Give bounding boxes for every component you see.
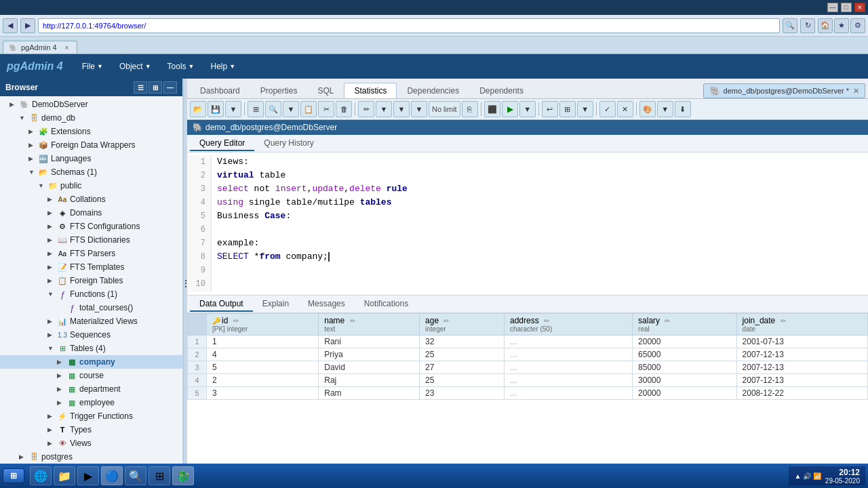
edit-icon-address[interactable]: ✏ [544,317,549,325]
browser-tab-pgadmin[interactable]: 🐘 pgAdmin 4 × [3,41,77,54]
menu-tools[interactable]: Tools ▼ [159,58,203,75]
search-btn[interactable]: 🔍 [783,18,797,33]
tab-close-btn[interactable]: × [65,44,69,52]
tab-dependents[interactable]: Dependents [469,83,534,98]
commit-btn[interactable]: ✓ [599,101,616,117]
tree-item-total-courses[interactable]: ƒ total_courses() [0,301,182,314]
tree-item-sequences[interactable]: ▶ 1.3 Sequences [0,328,182,342]
open-btn[interactable]: 📂 [190,101,206,117]
tab-statistics[interactable]: Statistics [344,83,397,98]
copy-btn[interactable]: ⊞ [248,101,264,117]
tab-query-editor[interactable]: Query Editor [190,136,254,151]
settings-btn[interactable]: ⚙ [850,18,865,33]
refresh-btn[interactable]: ↻ [800,18,815,33]
forward-btn[interactable]: ▶ [20,18,35,33]
download-btn[interactable]: ⬇ [675,101,691,117]
tree-item-public[interactable]: ▼ 📁 public [0,179,182,192]
paste-btn[interactable]: 📋 [300,101,317,117]
menu-file[interactable]: File ▼ [74,58,111,75]
code-content[interactable]: Views: virtual table select not insert,u… [212,155,868,292]
tree-item-foreign-tables[interactable]: ▶ 📋 Foreign Tables [0,274,182,287]
tree-item-tables[interactable]: ▼ ⊞ Tables (4) [0,342,182,355]
tree-item-views[interactable]: ▶ 👁 Views [0,436,182,450]
filter-btn[interactable]: ▼ [393,101,410,117]
save-arrow-btn[interactable]: ▼ [225,101,241,117]
sidebar-tool-minimize[interactable]: — [163,81,177,94]
tab-properties[interactable]: Properties [250,83,308,98]
copy-rows-btn[interactable]: ⎘ [462,101,478,117]
no-limit-label[interactable]: No limit [429,101,460,117]
close-btn[interactable]: ✕ [854,3,865,12]
tree-item-domains[interactable]: ▶ ◈ Domains [0,206,182,220]
redo-arrow-btn[interactable]: ▼ [577,101,593,117]
view-arrow-btn[interactable]: ▼ [283,101,299,117]
view-btn[interactable]: 🔍 [265,101,281,117]
tab-query-history[interactable]: Query History [254,136,323,151]
taskbar-app-explorer[interactable]: 📁 [54,466,75,485]
taskbar-app-search[interactable]: 🔍 [125,466,146,485]
taskbar-app-grid[interactable]: ⊞ [149,466,170,485]
redo-btn[interactable]: ⊞ [559,101,576,117]
tree-item-postgres-db[interactable]: ▶ 🗄 postgres [0,450,182,464]
taskbar-app-chrome[interactable]: 🔵 [101,466,123,485]
tree-item-demo-db[interactable]: ▼ 🗄 demo_db [0,111,182,125]
tree-item-types[interactable]: ▶ T Types [0,423,182,436]
undo-btn[interactable]: ↩ [542,101,558,117]
filter2-btn[interactable]: ▼ [411,101,427,117]
sidebar-tool-grid[interactable]: ⊞ [149,81,162,94]
edit-icon[interactable]: ✏ [233,317,239,325]
tree-item-fts-parsers[interactable]: ▶ Aa FTS Parsers [0,247,182,260]
tree-item-department[interactable]: ▶ ▦ department [0,382,182,396]
save-btn[interactable]: 💾 [208,101,224,117]
tree-item-languages[interactable]: ▶ 🔤 Languages [0,152,182,165]
panel-close-btn[interactable]: ✕ [853,87,859,96]
home-btn[interactable]: 🏠 [818,18,833,33]
tree-item-fts-dict[interactable]: ▶ 📖 FTS Dictionaries [0,233,182,247]
tree-item-fts-templates[interactable]: ▶ 📝 FTS Templates [0,260,182,274]
tree-item-trigger-funcs[interactable]: ▶ ⚡ Trigger Functions [0,409,182,423]
star-btn[interactable]: ★ [834,18,849,33]
rollback-btn[interactable]: ✕ [617,101,633,117]
stop-btn[interactable]: ⬛ [484,101,500,117]
sidebar-tool-list[interactable]: ☰ [134,81,147,94]
theme-arrow-btn[interactable]: ▼ [657,101,673,117]
edit-icon-name[interactable]: ✏ [350,317,355,325]
tree-item-mat-views[interactable]: ▶ 📊 Materialized Views [0,314,182,328]
tab-dependencies[interactable]: Dependencies [397,83,469,98]
theme-btn[interactable]: 🎨 [639,101,656,117]
tab-data-output[interactable]: Data Output [190,297,253,312]
maximize-btn[interactable]: □ [841,3,852,12]
menu-object[interactable]: Object ▼ [111,58,159,75]
edit-arrow-btn[interactable]: ▼ [376,101,392,117]
tree-item-fts-config[interactable]: ▶ ⚙ FTS Configurations [0,220,182,233]
run-arrow-btn[interactable]: ▼ [519,101,536,117]
start-button[interactable]: ⊞ [3,468,24,483]
edit-icon-salary[interactable]: ✏ [665,317,670,325]
tab-sql[interactable]: SQL [307,83,344,98]
taskbar-app-media[interactable]: ▶ [77,466,99,485]
menu-help[interactable]: Help ▼ [202,58,243,75]
edit-icon-joindate[interactable]: ✏ [781,317,786,325]
tree-item-fdw[interactable]: ▶ 📦 Foreign Data Wrappers [0,138,182,152]
address-bar[interactable]: http://127.0.0.1:49764/browser/ [38,18,780,33]
code-editor[interactable]: 1 2 3 4 5 6 7 8 9 10 Views: virtual tabl… [187,152,868,295]
tree-item-postgres-server[interactable]: ▶ 🐘 DemoDbServer [0,98,182,111]
tree-item-schemas[interactable]: ▼ 📂 Schemas (1) [0,165,182,179]
back-btn[interactable]: ◀ [3,18,18,33]
tree-item-course[interactable]: ▶ ▦ course [0,369,182,382]
tab-explain[interactable]: Explain [253,297,298,312]
tree-item-functions[interactable]: ▼ ƒ Functions (1) [0,287,182,301]
tree-item-company[interactable]: ▶ ▦ company [0,355,182,369]
tree-item-collations[interactable]: ▶ Aa Collations [0,192,182,206]
tab-dashboard[interactable]: Dashboard [190,83,250,98]
run-btn[interactable]: ▶ [502,101,518,117]
edit-btn[interactable]: ✏ [358,101,374,117]
cut-btn[interactable]: ✂ [318,101,334,117]
minimize-btn[interactable]: — [827,3,838,12]
tab-notifications[interactable]: Notifications [355,297,418,312]
tree-item-extensions[interactable]: ▶ 🧩 Extensions [0,125,182,138]
edit-icon-age[interactable]: ✏ [443,317,449,325]
delete-btn[interactable]: 🗑 [336,101,352,117]
tree-item-employee[interactable]: ▶ ▦ employee [0,396,182,409]
taskbar-app-pgadmin[interactable]: 🐉 [172,466,194,485]
